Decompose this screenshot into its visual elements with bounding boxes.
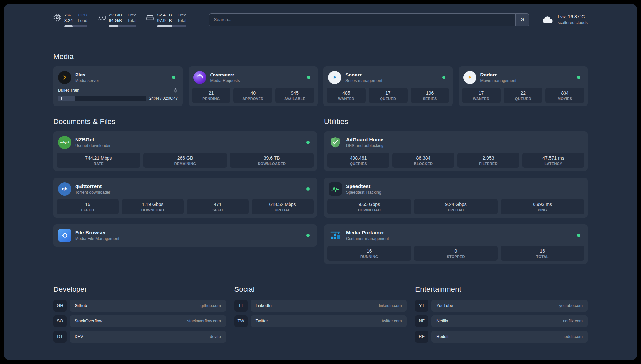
cpu-progress-bar bbox=[64, 25, 87, 27]
adguard-icon bbox=[329, 136, 342, 149]
service-description: Usenet downloader bbox=[75, 143, 302, 148]
stat-value: 39.6 TB bbox=[231, 155, 312, 161]
stat-label: QUERIES bbox=[329, 162, 388, 166]
service-description: Media server bbox=[75, 78, 168, 83]
radarr-icon bbox=[463, 71, 476, 84]
service-card-adguard[interactable]: AdGuard Home DNS and adblocking 498,461Q… bbox=[324, 131, 588, 171]
service-name: Plex bbox=[75, 72, 168, 78]
bookmark-abbr: RE bbox=[415, 331, 428, 343]
stat-value: 0.993 ms bbox=[502, 202, 583, 207]
cpu-widget: 7% 3.24 CPU Load bbox=[53, 13, 87, 27]
service-card-sonarr[interactable]: Sonarr Series management 485WANTED 17QUE… bbox=[323, 66, 453, 106]
stat-label: RUNNING bbox=[329, 255, 410, 258]
stat: 16TOTAL bbox=[501, 246, 584, 261]
speedtest-icon bbox=[329, 182, 342, 196]
status-dot bbox=[577, 234, 580, 237]
stat-label: LEECH bbox=[58, 208, 117, 212]
stat-value: 86,384 bbox=[394, 155, 453, 161]
stat: 17QUEUED bbox=[369, 88, 408, 103]
bookmark-netflix[interactable]: NF Netflixnetflix.com bbox=[415, 315, 588, 327]
service-card-plex[interactable]: Plex Media server Bullet Train 24:44 / 0… bbox=[53, 66, 183, 106]
bookmark-name: YouTube bbox=[436, 303, 453, 308]
stat-label: WANTED bbox=[463, 97, 500, 101]
stat-label: UPLOAD bbox=[415, 208, 497, 212]
bookmark-twitter[interactable]: TW Twittertwitter.com bbox=[234, 315, 407, 327]
bookmark-youtube[interactable]: YT YouTubeyoutube.com bbox=[415, 300, 588, 312]
stat-label: AVAILABLE bbox=[277, 97, 313, 101]
service-name: File Browser bbox=[75, 230, 302, 236]
bookmark-abbr: NF bbox=[415, 315, 428, 327]
service-card-nzbget[interactable]: nzbget NZBGet Usenet downloader 744.21 M… bbox=[53, 131, 317, 171]
stat: 17WANTED bbox=[462, 88, 501, 103]
pause-icon[interactable] bbox=[61, 97, 63, 100]
stat: 1.19 GbpsDOWNLOAD bbox=[122, 199, 184, 214]
stat-value: 834 bbox=[547, 90, 583, 96]
search-input[interactable] bbox=[209, 13, 529, 26]
service-name: NZBGet bbox=[75, 137, 302, 143]
bookmark-domain: twitter.com bbox=[382, 319, 402, 323]
stat: 39.6 TBDOWNLOADED bbox=[230, 153, 314, 168]
stat: 2,953FILTERED bbox=[457, 153, 519, 168]
search-provider-button[interactable]: G bbox=[515, 13, 529, 26]
stat: 22QUEUED bbox=[504, 88, 542, 103]
service-card-filebrowser[interactable]: File Browser Media File Management bbox=[53, 224, 317, 247]
bookmark-name: Github bbox=[75, 303, 87, 308]
stat-value: 16 bbox=[502, 248, 583, 254]
bookmark-stackoverflow[interactable]: SO StackOverflowstackoverflow.com bbox=[53, 315, 226, 327]
topbar-divider bbox=[53, 37, 588, 37]
section-title-developer: Developer bbox=[53, 285, 226, 294]
stat: 945AVAILABLE bbox=[275, 88, 314, 103]
service-card-qbittorrent[interactable]: qb qBittorrent Torrent downloader 16LEEC… bbox=[53, 178, 317, 218]
bookmark-name: Reddit bbox=[436, 334, 449, 339]
bookmark-github[interactable]: GH Githubgithub.com bbox=[53, 300, 226, 312]
stat-value: 2,953 bbox=[459, 155, 518, 161]
stat: 744.21 MbpsRATE bbox=[57, 153, 140, 168]
service-description: Media Requests bbox=[210, 78, 303, 83]
bookmark-reddit[interactable]: RE Redditreddit.com bbox=[415, 331, 588, 343]
media-grid: Plex Media server Bullet Train 24:44 / 0… bbox=[53, 66, 588, 106]
service-description: Speedtest Tracking bbox=[346, 190, 583, 195]
bookmark-abbr: TW bbox=[234, 315, 248, 327]
section-title-documents: Documents & Files bbox=[53, 117, 317, 126]
stat: 618.52 MbpsUPLOAD bbox=[252, 199, 314, 214]
stat-value: 618.52 Mbps bbox=[253, 202, 312, 207]
status-dot bbox=[307, 76, 310, 79]
stat: 834MOVIES bbox=[545, 88, 584, 103]
bookmark-dev[interactable]: DT DEVdev.to bbox=[53, 331, 226, 343]
service-card-portainer[interactable]: Media Portainer Container management 16R… bbox=[324, 224, 588, 264]
stat-label: RATE bbox=[58, 162, 139, 166]
qbittorrent-icon: qb bbox=[58, 182, 71, 196]
stat-value: 9.24 Gbps bbox=[415, 202, 497, 207]
section-title-utilities: Utilities bbox=[324, 117, 588, 126]
service-card-overseerr[interactable]: Overseerr Media Requests 21PENDING 40APP… bbox=[189, 66, 318, 106]
service-description: Torrent downloader bbox=[75, 190, 302, 195]
stat-label: UPLOAD bbox=[253, 208, 312, 212]
stat-label: MOVIES bbox=[547, 97, 583, 101]
stat-value: 266 GB bbox=[145, 155, 226, 161]
bookmark-abbr: YT bbox=[415, 300, 428, 312]
bookmark-abbr: DT bbox=[53, 331, 67, 343]
stat-value: 17 bbox=[463, 90, 500, 96]
stat-value: 47.571 ms bbox=[524, 155, 583, 161]
bookmark-domain: github.com bbox=[201, 303, 221, 308]
playback-progress-bar[interactable] bbox=[58, 96, 146, 101]
stat-label: WANTED bbox=[328, 97, 364, 101]
documents-column: Documents & Files nzbget NZBGet Usenet d… bbox=[53, 106, 317, 253]
stat: 471SEED bbox=[187, 199, 249, 214]
disk-free-label: Free bbox=[177, 13, 186, 18]
service-card-speedtest[interactable]: Speedtest Speedtest Tracking 9.65 GbpsDO… bbox=[324, 178, 588, 218]
gear-icon[interactable] bbox=[173, 88, 178, 93]
service-card-radarr[interactable]: Radarr Movie management 17WANTED 22QUEUE… bbox=[459, 66, 588, 106]
stat-value: 744.21 Mbps bbox=[58, 155, 139, 161]
stat-value: 945 bbox=[277, 90, 313, 96]
bookmark-domain: reddit.com bbox=[564, 334, 583, 339]
stat-label: DOWNLOADED bbox=[231, 162, 312, 166]
bookmark-name: LinkedIn bbox=[256, 303, 272, 308]
bookmark-group-developer: Developer GH Githubgithub.com SO StackOv… bbox=[53, 285, 226, 346]
stat-label: BLOCKED bbox=[394, 162, 453, 166]
stat-label: DOWNLOAD bbox=[123, 208, 182, 212]
stat-value: 21 bbox=[193, 90, 229, 96]
stat-value: 485 bbox=[328, 90, 364, 96]
sonarr-icon bbox=[328, 71, 341, 84]
bookmark-linkedin[interactable]: LI LinkedInlinkedin.com bbox=[234, 300, 407, 312]
